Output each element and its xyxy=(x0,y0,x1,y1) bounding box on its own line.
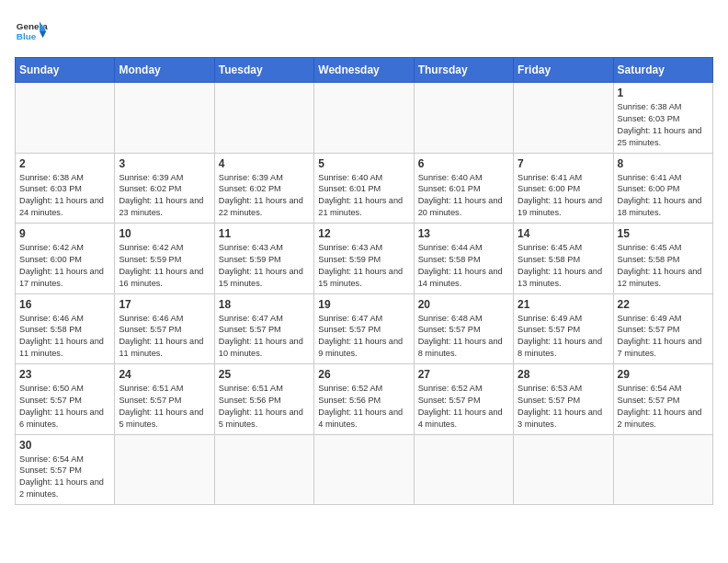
page-header: General Blue xyxy=(15,15,713,48)
day-number: 15 xyxy=(618,227,709,240)
weekday-header-tuesday: Tuesday xyxy=(214,58,313,83)
weekday-header-wednesday: Wednesday xyxy=(314,58,414,83)
calendar-day-cell: 10Sunrise: 6:42 AM Sunset: 5:59 PM Dayli… xyxy=(115,224,214,294)
day-number: 30 xyxy=(19,439,110,452)
day-info: Sunrise: 6:54 AM Sunset: 5:57 PM Dayligh… xyxy=(19,454,110,501)
weekday-header-monday: Monday xyxy=(115,58,214,83)
weekday-header-saturday: Saturday xyxy=(613,58,712,83)
day-number: 11 xyxy=(219,227,310,240)
calendar-day-cell: 29Sunrise: 6:54 AM Sunset: 5:57 PM Dayli… xyxy=(613,364,712,435)
calendar-week-row: 2Sunrise: 6:38 AM Sunset: 6:03 PM Daylig… xyxy=(16,153,713,224)
calendar-day-cell: 14Sunrise: 6:45 AM Sunset: 5:58 PM Dayli… xyxy=(514,224,613,294)
calendar-day-cell: 20Sunrise: 6:48 AM Sunset: 5:57 PM Dayli… xyxy=(414,293,513,364)
day-number: 1 xyxy=(618,86,709,99)
day-info: Sunrise: 6:40 AM Sunset: 6:01 PM Dayligh… xyxy=(318,172,409,220)
day-number: 28 xyxy=(518,368,609,381)
day-number: 17 xyxy=(119,298,210,311)
calendar-day-cell: 13Sunrise: 6:44 AM Sunset: 5:58 PM Dayli… xyxy=(414,224,513,294)
day-info: Sunrise: 6:47 AM Sunset: 5:57 PM Dayligh… xyxy=(318,313,409,361)
day-info: Sunrise: 6:40 AM Sunset: 6:01 PM Dayligh… xyxy=(418,172,509,220)
calendar-day-cell xyxy=(514,83,613,154)
day-number: 12 xyxy=(318,227,409,240)
day-number: 10 xyxy=(119,227,210,240)
day-info: Sunrise: 6:41 AM Sunset: 6:00 PM Dayligh… xyxy=(618,172,709,220)
calendar-day-cell: 15Sunrise: 6:45 AM Sunset: 5:58 PM Dayli… xyxy=(613,224,712,294)
day-number: 8 xyxy=(618,157,709,170)
day-info: Sunrise: 6:46 AM Sunset: 5:57 PM Dayligh… xyxy=(119,313,210,361)
calendar-day-cell xyxy=(514,434,613,505)
day-number: 5 xyxy=(318,157,409,170)
calendar-day-cell: 12Sunrise: 6:43 AM Sunset: 5:59 PM Dayli… xyxy=(314,224,414,294)
calendar-day-cell: 7Sunrise: 6:41 AM Sunset: 6:00 PM Daylig… xyxy=(514,153,613,224)
calendar-day-cell: 26Sunrise: 6:52 AM Sunset: 5:56 PM Dayli… xyxy=(314,364,414,435)
calendar-day-cell: 30Sunrise: 6:54 AM Sunset: 5:57 PM Dayli… xyxy=(16,434,115,505)
calendar-day-cell: 9Sunrise: 6:42 AM Sunset: 6:00 PM Daylig… xyxy=(16,224,115,294)
calendar-day-cell: 18Sunrise: 6:47 AM Sunset: 5:57 PM Dayli… xyxy=(214,293,313,364)
svg-text:Blue: Blue xyxy=(17,31,37,41)
calendar-day-cell xyxy=(115,83,214,154)
day-info: Sunrise: 6:39 AM Sunset: 6:02 PM Dayligh… xyxy=(119,172,210,220)
day-info: Sunrise: 6:42 AM Sunset: 6:00 PM Dayligh… xyxy=(19,242,110,290)
day-info: Sunrise: 6:48 AM Sunset: 5:57 PM Dayligh… xyxy=(418,313,509,361)
calendar-day-cell xyxy=(314,434,414,505)
calendar-week-row: 23Sunrise: 6:50 AM Sunset: 5:57 PM Dayli… xyxy=(16,364,713,435)
weekday-header-sunday: Sunday xyxy=(16,58,115,83)
day-number: 23 xyxy=(19,368,110,381)
calendar-day-cell: 19Sunrise: 6:47 AM Sunset: 5:57 PM Dayli… xyxy=(314,293,414,364)
day-number: 26 xyxy=(318,368,409,381)
day-info: Sunrise: 6:52 AM Sunset: 5:57 PM Dayligh… xyxy=(418,383,509,431)
calendar-day-cell xyxy=(314,83,414,154)
day-info: Sunrise: 6:43 AM Sunset: 5:59 PM Dayligh… xyxy=(219,242,310,290)
calendar-week-row: 1Sunrise: 6:38 AM Sunset: 6:03 PM Daylig… xyxy=(16,83,713,154)
calendar-day-cell xyxy=(214,83,313,154)
calendar-day-cell: 2Sunrise: 6:38 AM Sunset: 6:03 PM Daylig… xyxy=(16,153,115,224)
day-number: 25 xyxy=(219,368,310,381)
day-number: 3 xyxy=(119,157,210,170)
day-info: Sunrise: 6:43 AM Sunset: 5:59 PM Dayligh… xyxy=(318,242,409,290)
calendar-day-cell: 24Sunrise: 6:51 AM Sunset: 5:57 PM Dayli… xyxy=(115,364,214,435)
calendar-day-cell: 8Sunrise: 6:41 AM Sunset: 6:00 PM Daylig… xyxy=(613,153,712,224)
calendar-day-cell: 17Sunrise: 6:46 AM Sunset: 5:57 PM Dayli… xyxy=(115,293,214,364)
calendar-day-cell: 16Sunrise: 6:46 AM Sunset: 5:58 PM Dayli… xyxy=(16,293,115,364)
day-info: Sunrise: 6:47 AM Sunset: 5:57 PM Dayligh… xyxy=(219,313,310,361)
day-number: 13 xyxy=(418,227,509,240)
day-number: 4 xyxy=(219,157,310,170)
calendar-day-cell xyxy=(414,83,513,154)
day-info: Sunrise: 6:44 AM Sunset: 5:58 PM Dayligh… xyxy=(418,242,509,290)
day-number: 6 xyxy=(418,157,509,170)
day-number: 27 xyxy=(418,368,509,381)
calendar-day-cell: 28Sunrise: 6:53 AM Sunset: 5:57 PM Dayli… xyxy=(514,364,613,435)
day-number: 16 xyxy=(19,298,110,311)
day-info: Sunrise: 6:45 AM Sunset: 5:58 PM Dayligh… xyxy=(618,242,709,290)
day-info: Sunrise: 6:46 AM Sunset: 5:58 PM Dayligh… xyxy=(19,313,110,361)
calendar-day-cell: 1Sunrise: 6:38 AM Sunset: 6:03 PM Daylig… xyxy=(613,83,712,154)
calendar-day-cell: 25Sunrise: 6:51 AM Sunset: 5:56 PM Dayli… xyxy=(214,364,313,435)
day-info: Sunrise: 6:51 AM Sunset: 5:57 PM Dayligh… xyxy=(119,383,210,431)
calendar-day-cell: 22Sunrise: 6:49 AM Sunset: 5:57 PM Dayli… xyxy=(613,293,712,364)
day-info: Sunrise: 6:39 AM Sunset: 6:02 PM Dayligh… xyxy=(219,172,310,220)
day-info: Sunrise: 6:38 AM Sunset: 6:03 PM Dayligh… xyxy=(19,172,110,220)
calendar-day-cell xyxy=(214,434,313,505)
day-info: Sunrise: 6:51 AM Sunset: 5:56 PM Dayligh… xyxy=(219,383,310,431)
calendar-day-cell: 23Sunrise: 6:50 AM Sunset: 5:57 PM Dayli… xyxy=(16,364,115,435)
logo-icon: General Blue xyxy=(15,15,48,48)
weekday-header-row: SundayMondayTuesdayWednesdayThursdayFrid… xyxy=(16,58,713,83)
calendar-day-cell: 27Sunrise: 6:52 AM Sunset: 5:57 PM Dayli… xyxy=(414,364,513,435)
day-info: Sunrise: 6:45 AM Sunset: 5:58 PM Dayligh… xyxy=(518,242,609,290)
day-info: Sunrise: 6:52 AM Sunset: 5:56 PM Dayligh… xyxy=(318,383,409,431)
day-info: Sunrise: 6:50 AM Sunset: 5:57 PM Dayligh… xyxy=(19,383,110,431)
day-number: 24 xyxy=(119,368,210,381)
calendar-day-cell xyxy=(115,434,214,505)
day-number: 29 xyxy=(618,368,709,381)
day-info: Sunrise: 6:42 AM Sunset: 5:59 PM Dayligh… xyxy=(119,242,210,290)
day-number: 19 xyxy=(318,298,409,311)
calendar-table: SundayMondayTuesdayWednesdayThursdayFrid… xyxy=(15,57,713,505)
day-number: 20 xyxy=(418,298,509,311)
day-info: Sunrise: 6:38 AM Sunset: 6:03 PM Dayligh… xyxy=(618,101,709,149)
day-info: Sunrise: 6:41 AM Sunset: 6:00 PM Dayligh… xyxy=(518,172,609,220)
calendar-day-cell xyxy=(414,434,513,505)
calendar-day-cell xyxy=(16,83,115,154)
calendar-day-cell: 21Sunrise: 6:49 AM Sunset: 5:57 PM Dayli… xyxy=(514,293,613,364)
day-info: Sunrise: 6:53 AM Sunset: 5:57 PM Dayligh… xyxy=(518,383,609,431)
day-number: 7 xyxy=(518,157,609,170)
